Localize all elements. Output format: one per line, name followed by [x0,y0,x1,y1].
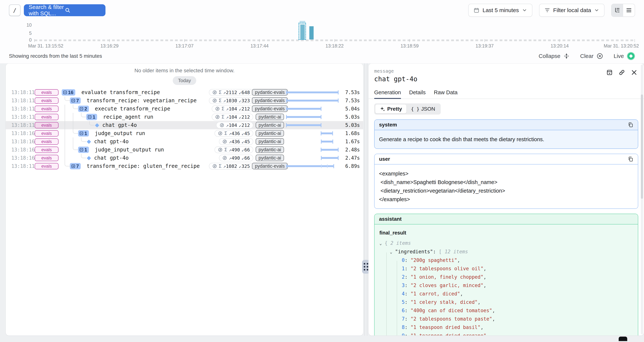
token-chip: Σ↗436↙45 [214,130,253,137]
pretty-view-button[interactable]: Pretty [375,104,406,114]
tree-guide-line [65,154,65,162]
x-axis-label: 13:19:37 [476,43,494,48]
user-role-label: user [379,156,390,162]
trace-row[interactable]: 13:18:11evals7transform_recipe: vegetari… [6,96,363,105]
expand-collapse-badge[interactable]: 1 [78,130,89,136]
sparkle-icon [380,106,385,112]
tree-view-button[interactable] [612,4,623,16]
span-name: transform_recipe: vegetarian_recipe [87,96,196,105]
evals-badge[interactable]: evals [35,146,58,153]
tokens-coin-icon [212,90,217,95]
x-axis-tick [110,39,110,42]
tokens-coin-icon [215,114,220,120]
sigma-icon: Σ [224,147,227,152]
histogram-bar[interactable] [309,26,314,40]
sigma-icon: Σ [219,164,222,169]
x-axis-tick [260,39,260,42]
records-histogram[interactable]: 10 5 0 Mar 31. 13:15:5213:16:2913:17:071… [0,20,644,50]
token-chip: ↗104↙212 [216,122,253,128]
trace-row[interactable]: 13:18:11evals16evaluate transform_recipe… [6,88,363,96]
json-array-item: 2: "1 onion, finely chopped", [380,273,633,281]
expand-collapse-badge[interactable]: 7 [70,163,81,169]
calendar-icon [474,7,480,13]
search-input[interactable]: Search & filter with SQL... [24,4,106,16]
evals-badge[interactable]: evals [35,89,58,96]
tree-view-icon [614,7,620,14]
close-icon[interactable] [631,69,638,76]
token-chip: Σ↗104↙212 [212,114,253,120]
system-role-label: system [379,122,397,128]
json-label: JSON [421,106,435,112]
leaf-diamond-icon [95,123,99,128]
token-chip: Σ↗1030↙323 [209,97,253,104]
tokens-coin-icon [218,147,223,152]
trace-row[interactable]: 13:18:16evalschat gpt-4o↗490↙66pydantic-… [6,154,363,162]
span-name: chat gpt-4o [94,138,128,146]
tag-chip: pydantic-ai [256,122,284,128]
evals-badge[interactable]: evals [35,106,58,112]
minus-square-icon [63,90,67,95]
span-name: execute transform_recipe [95,105,170,113]
filter-local-data-dropdown[interactable]: Filter local data [539,4,604,17]
trace-row[interactable]: 13:18:11evals7transform_recipe: gluten_f… [6,162,363,170]
y-axis-tick: 5 [24,30,32,36]
tab-raw-data[interactable]: Raw Data [434,90,458,98]
chart-plot-area[interactable]: Mar 31. 13:15:5213:16:2913:17:0713:17:44… [34,20,635,50]
minus-square-icon [79,106,84,111]
expand-collapse-badge[interactable]: 2 [78,106,89,112]
trace-row[interactable]: 13:18:16evals1judge_input_output runΣ↗49… [6,146,363,154]
json-array-line[interactable]: ⌄"ingredients": [ 12 items [380,248,633,256]
duration-bar [286,162,338,170]
expand-collapse-badge[interactable]: 7 [70,98,81,104]
list-view-button[interactable] [623,4,635,16]
evals-badge[interactable]: evals [35,98,58,104]
evals-badge[interactable]: evals [35,163,58,169]
braces-icon: { } [411,106,419,112]
evals-badge[interactable]: evals [35,138,58,145]
span-name: chat gpt-4o [94,154,128,162]
copy-icon[interactable] [628,122,634,128]
tab-details[interactable]: Details [409,90,426,98]
evals-badge[interactable]: evals [35,130,58,136]
leaf-diamond-icon [87,140,91,144]
dock-panel-icon[interactable] [606,69,613,76]
evals-badge[interactable]: evals [35,122,58,128]
tree-guide-line [73,121,73,129]
trace-row[interactable]: 13:18:11evals2execute transform_recipeΣ↗… [6,105,363,113]
tab-generation[interactable]: Generation [374,90,401,98]
dev-tools-badge[interactable] [619,336,627,341]
json-array-item: 0: "200g spaghetti", [380,256,633,264]
expand-collapse-badge[interactable]: 1 [86,114,97,120]
detail-scrollbar[interactable] [641,65,643,334]
json-root-line[interactable]: ⌄{ 2 items [380,239,633,248]
token-chip: ↗490↙66 [219,154,253,161]
assistant-role-label: assistant [379,216,402,222]
duration-bar [286,96,338,105]
status-bar: Showing records from the last 5 minutes … [0,50,644,62]
trace-row[interactable]: 13:18:11evalschat gpt-4o↗104↙212pydantic… [6,121,363,129]
showing-records-label: Showing records from the last 5 minutes [9,53,102,59]
live-toggle[interactable]: Live [614,52,635,60]
tree-guide-line [65,121,65,129]
x-axis-label: 13:17:44 [250,43,268,48]
tokens-coin-icon [222,156,227,160]
json-view-button[interactable]: { } JSON [406,104,440,114]
expand-collapse-badge[interactable]: 1 [78,146,89,153]
final-result-label: final_result [380,228,633,237]
clear-button[interactable]: Clear [580,53,603,60]
copy-link-icon[interactable] [618,69,625,76]
pretty-label: Pretty [387,106,402,112]
tree-elbow-line [81,154,86,158]
trace-row[interactable]: 13:18:16evals1judge_output runΣ↗436↙45py… [6,129,363,138]
duration-bar [286,129,338,138]
expand-collapse-badge[interactable]: 16 [62,89,75,96]
collapse-button[interactable]: Collapse [539,53,570,59]
trace-row[interactable]: 13:18:16evalschat gpt-4o↗436↙45pydantic-… [6,138,363,146]
copy-icon[interactable] [628,156,634,162]
evals-badge[interactable]: evals [35,155,58,161]
evals-badge[interactable]: evals [35,114,58,120]
trace-row[interactable]: 13:18:11evals1recipe_agent runΣ↗104↙212p… [6,113,363,121]
time-range-dropdown[interactable]: Last 5 minutes [468,4,532,17]
duration-label: 2.47s [334,154,360,162]
today-pill[interactable]: Today [173,76,196,85]
